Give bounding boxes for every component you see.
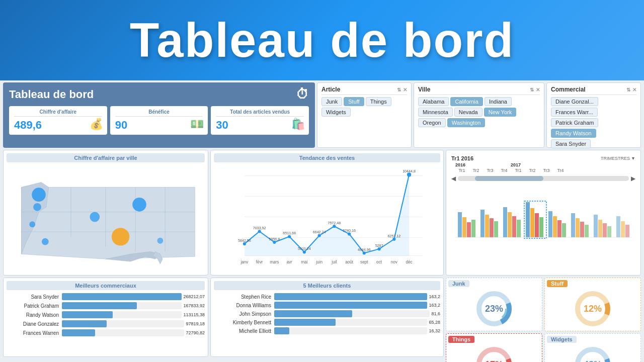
filter-ville-washington[interactable]: Washington [447,118,486,127]
svg-rect-47 [526,202,530,237]
bar-val-sara: 268212,07 [183,294,205,299]
svg-rect-35 [458,212,462,237]
scroll-right-btn[interactable]: ▶ [631,175,635,182]
bar-label-patrick: Patrick Graham [7,303,62,309]
clients-panel: 5 Meilleurs clients Stephen Rice 163,2 D… [210,278,444,357]
filter-item-things[interactable]: Things [366,97,391,106]
svg-rect-61 [598,220,602,237]
filter-sort-icon: ⇅ [397,87,401,93]
client-track-john [274,310,430,317]
svg-text:6257,12: 6257,12 [387,234,400,238]
scroll-track[interactable] [458,176,629,181]
client-track-donna [274,302,427,309]
svg-rect-57 [576,218,580,237]
client-fill-donna [274,302,427,309]
filter-ville-nevada[interactable]: Nevada [454,108,482,117]
filter-commercial-frances[interactable]: Frances Warr... [551,108,598,117]
svg-rect-55 [562,223,566,237]
year-row: 2016 2017 [451,162,635,167]
svg-text:5842,56: 5842,56 [238,239,251,243]
client-row-michelle: Michelle Elliott 16,32 [214,327,440,334]
kpi-chiffre: Chiffre d'affaire 489,6 💰 [9,106,107,135]
bar-row-patrick: Patrick Graham 167833,92 [7,302,205,309]
ville-sort-icon: ⇅ [530,87,534,93]
bar-label-sara: Sara Snyder [7,294,62,300]
svg-rect-37 [467,222,471,237]
client-val-stephen: 163,2 [429,294,440,299]
bar-fill-frances [62,329,95,336]
map-svg [7,165,205,266]
commercial-filter-panel: Commercial ⇅✕ Diane Gonzal... Frances Wa… [546,82,641,148]
filter-ville-oregon[interactable]: Oregon [418,118,446,127]
bar-label-diane: Diane Gonzalez [7,321,62,327]
map-dot-texas [112,228,129,245]
filter-item-widgets[interactable]: Widgets [321,108,351,117]
svg-rect-45 [512,216,516,237]
main-title: Tableau de bord [130,13,514,68]
svg-text:sept: sept [360,260,368,264]
svg-rect-48 [530,208,534,237]
filter-item-stuff[interactable]: Stuff [344,97,364,106]
donut-stuff: Stuff 12% [544,278,641,331]
map-dot-portland [33,203,41,211]
client-label-stephen: Stephen Rice [214,294,274,300]
bar-row-randy: Randy Watson 113115,38 [7,311,205,318]
bottom-row: Meilleurs commerciaux Sara Snyder 268212… [3,278,641,357]
kpi-chiffre-label: Chiffre d'affaire [14,109,102,117]
gauge-icon: ⏱ [296,86,309,102]
bar-track-frances [62,329,184,336]
filter-commercial-sara[interactable]: Sara Snyder [551,139,591,148]
donut-things-title: Things [448,336,474,343]
kpi-benefice-icon: 💵 [190,118,204,131]
scroll-thumb [475,176,543,181]
commerciaux-title: Meilleurs commerciaux [7,281,205,290]
svg-text:avr: avr [286,260,292,264]
title-banner: Tableau de bord [0,0,644,80]
kpi-benefice-label: Bénéfice [115,109,203,117]
donuts-grid: Junk 23% Stuff [446,278,641,357]
donut-stuff-wrapper: 12% [573,289,613,329]
timeline-panel: Tr1 2016 TRIMESTRES ▼ 2016 2017 Tr1 Tr2 … [446,150,641,276]
kpis-row: Chiffre d'affaire 489,6 💰 Bénéfice 90 💵 … [9,106,309,135]
kpi-articles-value: 30 [216,119,304,132]
svg-rect-63 [607,226,611,237]
header-title-row: Tableau de bord ⏱ [9,86,309,102]
filter-item-junk[interactable]: Junk [321,97,342,106]
scroll-left-btn[interactable]: ◀ [451,175,456,182]
filter-ville-newyork[interactable]: New York [484,108,516,117]
filter-ville-minnesota[interactable]: Minnesota [418,108,453,117]
commerciaux-panel: Meilleurs commerciaux Sara Snyder 268212… [3,278,208,357]
bar-track-sara [62,293,182,300]
dashboard-title: Tableau de bord [9,88,94,101]
client-row-donna: Donna Williams 163,2 [214,302,440,309]
svg-rect-59 [585,225,589,237]
client-track-michelle [274,327,427,334]
svg-text:7033,92: 7033,92 [253,226,266,230]
svg-text:7572,48: 7572,48 [328,221,341,225]
svg-rect-42 [494,221,498,237]
svg-text:5956,8: 5956,8 [269,237,280,241]
quarter-row: Tr1 Tr2 Tr3 Tr4 Tr1 Tr2 Tr3 Tr4 [451,168,635,173]
client-label-kimberly: Kimberly Bennett [214,320,274,325]
svg-text:août: août [345,260,354,264]
svg-rect-65 [621,221,625,237]
trimestres-label[interactable]: TRIMESTRES ▼ [601,156,635,161]
timeline-scroll-row[interactable]: ◀ ▶ [451,175,635,182]
timeline-inner: Tr1 2016 TRIMESTRES ▼ 2016 2017 Tr1 Tr2 … [449,153,637,245]
kpi-benefice: Bénéfice 90 💵 [110,106,208,135]
svg-text:nov: nov [391,260,398,264]
svg-rect-60 [594,215,598,237]
filter-commercial-patrick[interactable]: Patrick Graham [551,118,598,127]
kpi-articles: Total des articles vendus 30 🛍️ [211,106,309,135]
timeline-period: Tr1 2016 [451,155,473,161]
filter-commercial-diane[interactable]: Diane Gonzal... [551,97,598,106]
trend-svg: 5842,56 7033,92 5956,8 6511,68 5010,24 6… [214,165,440,266]
commercial-clear-icon: ✕ [632,87,636,93]
svg-rect-36 [462,217,466,237]
filter-ville-california[interactable]: California [450,97,482,106]
article-filter-title: Article ⇅✕ [321,86,407,95]
filter-commercial-randy[interactable]: Randy Watson [551,129,596,138]
filter-ville-alabama[interactable]: Alabama [418,97,449,106]
filter-ville-indiana[interactable]: Indiana [485,97,512,106]
filter-clear-icon: ✕ [403,87,407,93]
